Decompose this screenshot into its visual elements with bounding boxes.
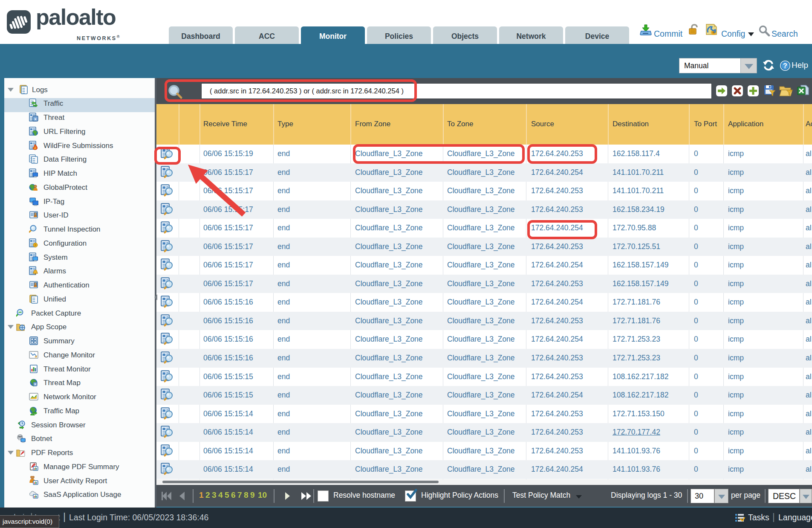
svg-text:x: x (34, 117, 36, 121)
svg-text:?: ? (783, 62, 787, 70)
